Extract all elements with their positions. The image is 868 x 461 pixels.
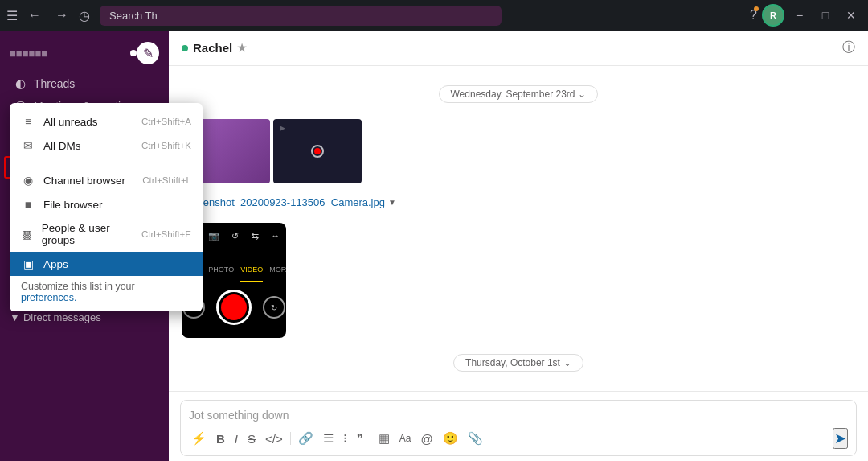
sidebar-item-label: Threads [34, 77, 75, 90]
dm-chevron-icon: ▼ [10, 311, 20, 323]
ordered-list-button[interactable]: ☰ [321, 430, 336, 447]
back-button[interactable]: ← [24, 5, 45, 26]
chat-area: Rachel ★ ⓘ Wednesday, September 23rd ⌄ [169, 31, 868, 461]
camera-icon-2: 📷 [208, 231, 219, 241]
send-button[interactable]: ➤ [833, 428, 848, 449]
message-placeholder: Jot something down [189, 407, 848, 428]
strikethrough-button[interactable]: S [245, 430, 258, 447]
all-dms-icon: ✉ [21, 139, 35, 152]
workspace-name: ■■■■■■ [10, 47, 127, 60]
lightning-button[interactable]: ⚡ [189, 430, 209, 447]
contact-name-label: Rachel [193, 41, 232, 55]
link-button[interactable]: 🔗 [296, 430, 316, 447]
flip-camera-button[interactable]: ↻ [263, 296, 285, 319]
dropdown-divider [10, 163, 203, 163]
date-badge-2[interactable]: Thursday, October 1st ⌄ [453, 354, 583, 372]
shortcut-label: Ctrl+Shift+A [141, 117, 191, 126]
workspace-status-dot [130, 50, 137, 56]
emoji-button[interactable]: 🙂 [440, 430, 461, 447]
code-button[interactable]: </> [263, 430, 285, 447]
unordered-list-button[interactable]: ⁝ [341, 430, 350, 447]
quote-button[interactable]: ❞ [354, 430, 366, 447]
all-unreads-icon: ≡ [21, 115, 35, 128]
dropdown-item-label: Channel browser [43, 175, 125, 187]
maximize-button[interactable]: □ [815, 5, 836, 26]
history-icon[interactable]: ◷ [79, 8, 90, 23]
chat-header: Rachel ★ ⓘ [169, 31, 868, 66]
dropdown-item-label: All DMs [43, 140, 81, 152]
compose-button[interactable]: ✎ [137, 42, 159, 64]
titlebar-left: ☰ ← → ◷ [6, 5, 90, 26]
dm-section-label: Direct messages [23, 311, 101, 323]
shortcut-label: Ctrl+Shift+K [141, 141, 191, 150]
close-button[interactable]: ✕ [841, 5, 862, 26]
table-button[interactable]: ▦ [376, 430, 392, 447]
hamburger-icon[interactable]: ☰ [6, 8, 18, 23]
date-separator-2: Thursday, October 1st ⌄ [182, 354, 855, 372]
dropdown-item-people-groups[interactable]: ▩ People & user groups Ctrl+Shift+E [10, 216, 203, 252]
dropdown-item-label: Apps [43, 258, 68, 270]
dropdown-item-channel-browser[interactable]: ◉ Channel browser Ctrl+Shift+L [10, 168, 203, 192]
dropdown-footer: Customize this list in your preferences. [10, 276, 203, 305]
titlebar: ☰ ← → ◷ ? R − □ ✕ [0, 0, 868, 31]
dropdown-item-label: All unreads [43, 116, 98, 128]
people-groups-icon: ▩ [21, 228, 34, 241]
photo-mode[interactable]: PHOTO [208, 265, 234, 282]
search-input[interactable] [100, 6, 502, 26]
chevron-down-icon-2: ⌄ [563, 357, 571, 368]
aa-button[interactable]: Aa [397, 431, 414, 446]
minimize-button[interactable]: − [789, 5, 810, 26]
date-badge-1[interactable]: Wednesday, September 23rd ⌄ [439, 85, 599, 103]
forward-button[interactable]: → [51, 5, 72, 26]
main-container: ■■■■■■ ✎ ◐ Threads @ Mentions & reaction… [0, 31, 868, 461]
shortcut-label: Ctrl+Shift+L [142, 175, 191, 185]
star-icon[interactable]: ★ [237, 42, 247, 54]
dropdown-item-label: People & user groups [42, 222, 133, 246]
file-browser-icon: ■ [21, 198, 35, 211]
record-button[interactable] [216, 290, 252, 325]
thumbnail-2[interactable]: ▶ [273, 119, 362, 183]
mention-button[interactable]: @ [418, 430, 435, 447]
filename-chevron-icon: ▼ [388, 198, 396, 207]
chat-contact-name: Rachel ★ [182, 41, 247, 55]
toolbar-divider-2 [371, 432, 371, 445]
search-bar[interactable] [100, 6, 502, 26]
footer-text: Customize this list in your [21, 281, 135, 292]
dropdown-item-all-unreads[interactable]: ≡ All unreads Ctrl+Shift+A [10, 109, 203, 134]
message-toolbar: ⚡ B I S </> 🔗 ☰ ⁝ ❞ ▦ Aa @ 🙂 📎 ➤ [189, 428, 848, 449]
camera-icon-4: ⇆ [252, 231, 259, 241]
date-separator-1: Wednesday, September 23rd ⌄ [182, 85, 855, 103]
file-name-bar[interactable]: Screenshot_20200923-113506_Camera.jpg ▼ [182, 196, 855, 208]
threads-icon: ◐ [13, 76, 27, 91]
apps-icon: ▣ [21, 257, 35, 270]
camera-icon-3: ↺ [231, 231, 239, 241]
toolbar-divider-1 [290, 432, 291, 445]
shortcut-label: Ctrl+Shift+E [141, 229, 191, 239]
footer-link[interactable]: preferences. [21, 292, 76, 303]
italic-button[interactable]: I [232, 430, 240, 447]
more-mode[interactable]: MORE [269, 265, 286, 282]
record-inner [221, 294, 247, 320]
notification-dot [754, 6, 759, 11]
chat-messages: Wednesday, September 23rd ⌄ ▶ [169, 66, 868, 391]
workspace-header[interactable]: ■■■■■■ ✎ [0, 37, 169, 69]
attachment-button[interactable]: 📎 [465, 430, 485, 447]
filename-text: Screenshot_20200923-113506_Camera.jpg [182, 196, 385, 208]
sidebar-item-threads[interactable]: ◐ Threads [3, 72, 166, 95]
titlebar-right: ? R − □ ✕ [750, 4, 862, 27]
online-status-dot [182, 45, 188, 51]
dropdown-item-file-browser[interactable]: ■ File browser [10, 192, 203, 216]
channel-browser-icon: ◉ [21, 174, 35, 187]
info-icon[interactable]: ⓘ [842, 39, 855, 56]
dropdown-item-label: File browser [43, 199, 103, 211]
message-input-area[interactable]: Jot something down ⚡ B I S </> 🔗 ☰ ⁝ ❞ ▦… [180, 400, 857, 456]
message-image-group: ▶ [182, 119, 855, 183]
date-text-1: Wednesday, September 23rd [451, 88, 575, 100]
bold-button[interactable]: B [214, 430, 227, 447]
chevron-down-icon: ⌄ [578, 88, 586, 100]
dropdown-item-all-dms[interactable]: ✉ All DMs Ctrl+Shift+K [10, 134, 203, 158]
help-icon[interactable]: ? [750, 8, 757, 23]
avatar[interactable]: R [762, 4, 784, 27]
video-mode[interactable]: VIDEO [240, 265, 263, 282]
dropdown-item-apps[interactable]: ▣ Apps [10, 252, 203, 276]
